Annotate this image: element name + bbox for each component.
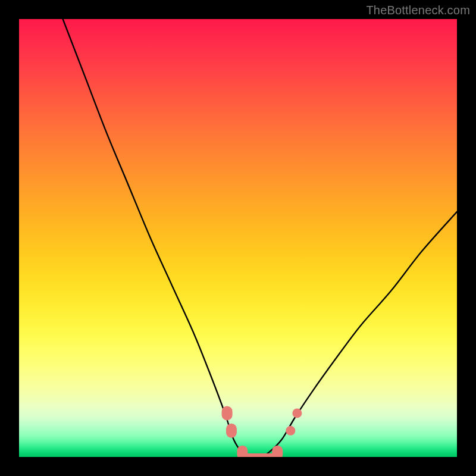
plot-area <box>19 19 457 457</box>
marker-right-cluster-top <box>292 408 302 418</box>
marker-right-cluster-mid <box>286 426 295 436</box>
bottleneck-curve <box>63 19 457 457</box>
curve-layer <box>19 19 457 457</box>
marker-trough-right <box>272 446 283 457</box>
watermark-text: TheBottleneck.com <box>366 4 470 17</box>
chart-frame: TheBottleneck.com <box>0 0 476 476</box>
marker-left-cluster-top <box>222 406 233 420</box>
marker-layer <box>222 406 302 457</box>
marker-left-cluster-mid <box>226 424 237 438</box>
marker-trough-center <box>243 453 277 457</box>
